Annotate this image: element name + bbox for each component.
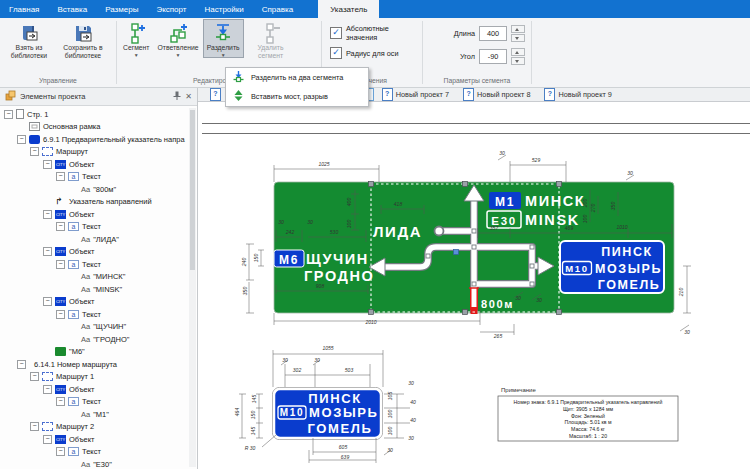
dim-label: 100 bbox=[387, 410, 393, 419]
tree-item[interactable]: − Aa "800м" bbox=[0, 183, 197, 196]
menu-tab-pointer-active[interactable]: Указатель bbox=[318, 0, 379, 18]
tree-item[interactable]: − Маршрут 2 bbox=[0, 421, 197, 434]
tree-expander-icon[interactable]: − bbox=[17, 135, 26, 144]
branch-button[interactable]: Ответвление ▼ bbox=[154, 19, 203, 58]
tree-expander-icon[interactable]: − bbox=[43, 435, 52, 444]
tree-item[interactable]: − Aa "MINSK" bbox=[0, 283, 197, 296]
tree-item[interactable]: − "М6" bbox=[0, 346, 197, 359]
document-tab[interactable]: ? Новый проект 8 bbox=[457, 88, 536, 101]
tree-item-icon: Aa bbox=[81, 185, 90, 194]
tree-item[interactable]: − CITY Объект bbox=[0, 208, 197, 221]
tree-item[interactable]: − Aa "ЩУЧИН" bbox=[0, 321, 197, 334]
tree-item[interactable]: − Aa "ЛИДА" bbox=[0, 233, 197, 246]
tree-item-icon: CITY bbox=[55, 160, 66, 169]
radius-for-axis-checkbox[interactable]: ✓ Радиус для оси bbox=[330, 46, 399, 60]
tree-expander-icon[interactable]: − bbox=[43, 160, 52, 169]
tree-expander-icon[interactable]: − bbox=[56, 260, 65, 269]
tree-item[interactable]: − a Текст bbox=[0, 258, 197, 271]
city-grodno: ГРОДНО bbox=[304, 268, 374, 284]
panel-title: Элементы проекта bbox=[20, 92, 86, 101]
split-button[interactable]: Разделить ▼ bbox=[203, 19, 244, 58]
button-label: Ответвление bbox=[158, 44, 199, 52]
spin-up-icon[interactable] bbox=[511, 48, 525, 56]
save-to-library-button[interactable]: Сохранить в библиотеке bbox=[56, 19, 110, 59]
dim-label: 1055 bbox=[322, 345, 333, 351]
tree-item-icon bbox=[16, 109, 24, 119]
angle-stepper[interactable] bbox=[511, 48, 525, 65]
tree-item[interactable]: − a Текст bbox=[0, 446, 197, 459]
angle-input[interactable]: -90 bbox=[479, 49, 507, 64]
tree-item[interactable]: − Aa "М1" bbox=[0, 408, 197, 421]
tree-item[interactable]: − Aa "МИНСК" bbox=[0, 271, 197, 284]
city-lida: ЛИДА bbox=[373, 223, 422, 240]
tree-expander-icon[interactable]: − bbox=[56, 397, 65, 406]
tree-expander-icon[interactable]: − bbox=[56, 222, 65, 231]
menu-item[interactable]: Размеры bbox=[96, 0, 147, 18]
tree-item[interactable]: − a Текст bbox=[0, 171, 197, 184]
tree-item[interactable]: − 6.14.1 Номер маршрута bbox=[0, 358, 197, 371]
node-handle[interactable] bbox=[454, 250, 459, 255]
road-junction-circle bbox=[435, 227, 444, 236]
tree-item[interactable]: − Aa "Е30" bbox=[0, 458, 197, 469]
tree-item[interactable]: − CITY Объект bbox=[0, 246, 197, 259]
menu-item-insert-bridge-gap[interactable]: Вставить мост, разрыв bbox=[226, 87, 368, 106]
delete-segment-button[interactable]: Удалить сегмент bbox=[244, 19, 298, 59]
segment-button[interactable]: Сегмент ▼ bbox=[119, 19, 154, 58]
tree-item[interactable]: − a Текст bbox=[0, 396, 197, 409]
tree-item[interactable]: − 6.9.1 Предварительный указатель напра bbox=[0, 133, 197, 146]
button-label: Сохранить в библиотеке bbox=[60, 44, 106, 59]
tree-item-label: Объект bbox=[69, 160, 95, 169]
tree-item[interactable]: − a Текст bbox=[0, 308, 197, 321]
spin-up-icon[interactable] bbox=[511, 25, 525, 33]
tree-item[interactable]: − CITY Объект bbox=[0, 383, 197, 396]
take-from-library-button[interactable]: Взять из библиотеки bbox=[2, 19, 56, 59]
sign-small[interactable]: ПИНСК М10 МОЗЫРЬ ГОМЕЛЬ bbox=[273, 388, 383, 440]
sign-main[interactable]: ЛИДА М1 МИНСК Е30 MINSK М6 ЩУЧИН ГРОДНО … bbox=[274, 182, 674, 315]
tree-expander-icon[interactable]: − bbox=[56, 447, 65, 456]
tree-item[interactable]: − Aa "ГРОДНО" bbox=[0, 333, 197, 346]
tree-expander-icon[interactable]: − bbox=[56, 172, 65, 181]
document-tab[interactable]: ? Новый проект 9 bbox=[538, 88, 617, 101]
tree-scrollbar[interactable] bbox=[189, 108, 196, 467]
tree-expander-icon[interactable]: − bbox=[30, 147, 39, 156]
menu-item[interactable]: Настройки bbox=[196, 0, 253, 18]
tree-item[interactable]: − a Текст bbox=[0, 221, 197, 234]
tree-expander-icon[interactable]: − bbox=[43, 247, 52, 256]
spin-down-icon[interactable] bbox=[511, 34, 525, 42]
menu-item[interactable]: Экспорт bbox=[147, 0, 195, 18]
tree-expander-icon[interactable]: − bbox=[43, 297, 52, 306]
tree-item-label: "Е30" bbox=[93, 460, 112, 469]
length-input[interactable]: 400 bbox=[479, 26, 507, 41]
tree-expander-icon[interactable]: − bbox=[30, 422, 39, 431]
tree-item-label: "ЛИДА" bbox=[93, 235, 119, 244]
menu-item[interactable]: Справка bbox=[253, 0, 302, 18]
panel-pinsk-main: ПИНСК М10 МОЗЫРЬ ГОМЕЛЬ bbox=[560, 241, 664, 293]
spin-down-icon[interactable] bbox=[511, 57, 525, 65]
absolute-values-checkbox[interactable]: ✓ Абсолютные значения bbox=[330, 26, 414, 40]
tree-item[interactable]: − Стр. 1 bbox=[0, 108, 197, 121]
tree-expander-icon[interactable]: − bbox=[17, 360, 26, 369]
tree-expander-icon[interactable]: − bbox=[56, 310, 65, 319]
pin-icon[interactable] bbox=[173, 91, 181, 102]
tree-expander-icon[interactable]: − bbox=[4, 110, 13, 119]
tree-item[interactable]: − ↱ Указатель направлений bbox=[0, 196, 197, 209]
tree-item[interactable]: − Маршрут bbox=[0, 146, 197, 159]
menu-item-split-in-two[interactable]: Разделить на два сегмента bbox=[226, 68, 368, 87]
close-panel-icon[interactable]: ✕ bbox=[185, 93, 192, 101]
menu-item[interactable]: Вставка bbox=[48, 0, 96, 18]
selected-road-segment[interactable] bbox=[469, 288, 479, 314]
document-tab[interactable]: ? Новый проект 7 bbox=[376, 88, 455, 101]
drawing-canvas[interactable]: ЛИДА М1 МИНСК Е30 MINSK М6 ЩУЧИН ГРОДНО … bbox=[198, 102, 750, 469]
tree-expander-icon[interactable]: − bbox=[30, 372, 39, 381]
checkbox-label: Радиус для оси bbox=[346, 49, 399, 58]
scrollbar-thumb[interactable] bbox=[190, 110, 195, 270]
length-stepper[interactable] bbox=[511, 25, 525, 42]
tree-item[interactable]: − CITY Объект bbox=[0, 158, 197, 171]
tree-item[interactable]: − CITY Объект bbox=[0, 433, 197, 446]
tree-item[interactable]: − CITY Объект bbox=[0, 296, 197, 309]
tree-item[interactable]: − Основная рамка bbox=[0, 121, 197, 134]
menu-item[interactable]: Главная bbox=[0, 0, 48, 18]
tree-item[interactable]: − Маршрут 1 bbox=[0, 371, 197, 384]
tree-expander-icon[interactable]: − bbox=[43, 385, 52, 394]
tree-expander-icon[interactable]: − bbox=[43, 210, 52, 219]
